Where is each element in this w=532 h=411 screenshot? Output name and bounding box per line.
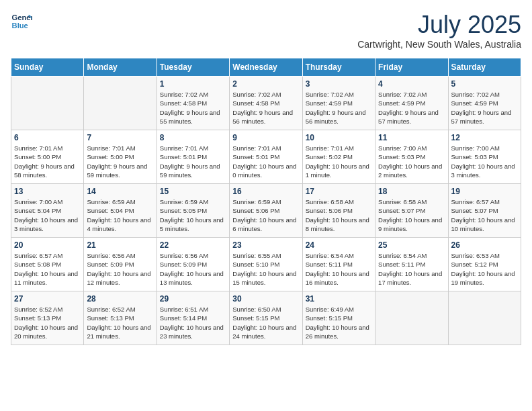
col-header-saturday: Saturday bbox=[448, 58, 521, 77]
calendar-cell: 4Sunrise: 7:02 AM Sunset: 4:59 PM Daylig… bbox=[375, 77, 448, 130]
calendar-cell: 24Sunrise: 6:54 AM Sunset: 5:11 PM Dayli… bbox=[302, 238, 375, 291]
month-title: July 2025 bbox=[357, 11, 521, 39]
calendar-cell: 21Sunrise: 6:56 AM Sunset: 5:09 PM Dayli… bbox=[84, 238, 157, 291]
day-info: Sunrise: 7:00 AM Sunset: 5:04 PM Dayligh… bbox=[14, 197, 81, 233]
calendar-cell: 30Sunrise: 6:50 AM Sunset: 5:15 PM Dayli… bbox=[230, 291, 302, 345]
day-number: 19 bbox=[451, 187, 518, 196]
day-number: 27 bbox=[14, 294, 81, 304]
day-number: 18 bbox=[378, 187, 445, 196]
calendar-cell: 26Sunrise: 6:53 AM Sunset: 5:12 PM Dayli… bbox=[448, 238, 521, 291]
calendar-table: SundayMondayTuesdayWednesdayThursdayFrid… bbox=[11, 58, 521, 345]
day-number: 28 bbox=[87, 294, 153, 304]
day-info: Sunrise: 6:49 AM Sunset: 5:15 PM Dayligh… bbox=[306, 305, 372, 340]
day-info: Sunrise: 6:53 AM Sunset: 5:12 PM Dayligh… bbox=[451, 251, 518, 287]
svg-text:Blue: Blue bbox=[12, 21, 28, 30]
day-number: 15 bbox=[160, 187, 226, 196]
day-number: 26 bbox=[451, 240, 518, 250]
day-number: 22 bbox=[160, 240, 226, 250]
day-info: Sunrise: 6:57 AM Sunset: 5:07 PM Dayligh… bbox=[451, 197, 518, 233]
calendar-cell bbox=[11, 77, 84, 130]
calendar-cell: 12Sunrise: 7:00 AM Sunset: 5:03 PM Dayli… bbox=[448, 130, 521, 184]
day-number: 31 bbox=[306, 294, 372, 304]
day-number: 4 bbox=[378, 79, 445, 89]
calendar-cell: 13Sunrise: 7:00 AM Sunset: 5:04 PM Dayli… bbox=[11, 184, 84, 238]
day-info: Sunrise: 7:01 AM Sunset: 5:00 PM Dayligh… bbox=[87, 144, 153, 179]
calendar-cell bbox=[448, 291, 521, 345]
day-number: 20 bbox=[14, 240, 81, 250]
day-number: 24 bbox=[306, 240, 372, 250]
calendar-cell: 19Sunrise: 6:57 AM Sunset: 5:07 PM Dayli… bbox=[448, 184, 521, 238]
calendar-header-row: SundayMondayTuesdayWednesdayThursdayFrid… bbox=[11, 58, 521, 77]
day-number: 11 bbox=[378, 133, 445, 142]
day-info: Sunrise: 6:59 AM Sunset: 5:06 PM Dayligh… bbox=[232, 197, 299, 233]
day-info: Sunrise: 7:01 AM Sunset: 5:01 PM Dayligh… bbox=[232, 144, 299, 179]
calendar-cell: 18Sunrise: 6:58 AM Sunset: 5:07 PM Dayli… bbox=[375, 184, 448, 238]
calendar-cell bbox=[84, 77, 157, 130]
day-number: 7 bbox=[87, 133, 153, 142]
calendar-cell: 10Sunrise: 7:01 AM Sunset: 5:02 PM Dayli… bbox=[302, 130, 375, 184]
col-header-wednesday: Wednesday bbox=[230, 58, 302, 77]
day-info: Sunrise: 6:54 AM Sunset: 5:11 PM Dayligh… bbox=[306, 251, 372, 287]
day-info: Sunrise: 6:56 AM Sunset: 5:09 PM Dayligh… bbox=[160, 251, 226, 287]
logo: General Blue bbox=[11, 11, 32, 32]
calendar-cell: 16Sunrise: 6:59 AM Sunset: 5:06 PM Dayli… bbox=[230, 184, 302, 238]
calendar-week-row: 1Sunrise: 7:02 AM Sunset: 4:58 PM Daylig… bbox=[11, 77, 521, 130]
calendar-cell: 9Sunrise: 7:01 AM Sunset: 5:01 PM Daylig… bbox=[230, 130, 302, 184]
day-info: Sunrise: 7:01 AM Sunset: 5:01 PM Dayligh… bbox=[160, 144, 226, 179]
day-info: Sunrise: 7:02 AM Sunset: 4:58 PM Dayligh… bbox=[160, 90, 226, 126]
day-number: 29 bbox=[160, 294, 226, 304]
calendar-cell: 8Sunrise: 7:01 AM Sunset: 5:01 PM Daylig… bbox=[157, 130, 229, 184]
day-number: 14 bbox=[87, 187, 153, 196]
day-info: Sunrise: 7:00 AM Sunset: 5:03 PM Dayligh… bbox=[378, 144, 445, 179]
col-header-tuesday: Tuesday bbox=[157, 58, 229, 77]
calendar-cell: 27Sunrise: 6:52 AM Sunset: 5:13 PM Dayli… bbox=[11, 291, 84, 345]
col-header-thursday: Thursday bbox=[302, 58, 375, 77]
logo-icon: General Blue bbox=[11, 11, 32, 32]
day-info: Sunrise: 7:02 AM Sunset: 4:59 PM Dayligh… bbox=[451, 90, 518, 126]
day-info: Sunrise: 7:02 AM Sunset: 4:58 PM Dayligh… bbox=[232, 90, 299, 126]
day-number: 5 bbox=[451, 79, 518, 89]
calendar-cell: 15Sunrise: 6:59 AM Sunset: 5:05 PM Dayli… bbox=[157, 184, 229, 238]
day-number: 9 bbox=[232, 133, 299, 142]
page-header: General Blue July 2025 Cartwright, New S… bbox=[11, 11, 521, 50]
day-number: 12 bbox=[451, 133, 518, 142]
day-info: Sunrise: 7:00 AM Sunset: 5:03 PM Dayligh… bbox=[451, 144, 518, 179]
calendar-cell: 22Sunrise: 6:56 AM Sunset: 5:09 PM Dayli… bbox=[157, 238, 229, 291]
day-number: 16 bbox=[232, 187, 299, 196]
day-number: 1 bbox=[160, 79, 226, 89]
calendar-week-row: 20Sunrise: 6:57 AM Sunset: 5:08 PM Dayli… bbox=[11, 238, 521, 291]
day-number: 30 bbox=[232, 294, 299, 304]
day-info: Sunrise: 7:01 AM Sunset: 5:02 PM Dayligh… bbox=[306, 144, 372, 179]
col-header-friday: Friday bbox=[375, 58, 448, 77]
col-header-sunday: Sunday bbox=[11, 58, 84, 77]
day-number: 17 bbox=[306, 187, 372, 196]
calendar-cell: 11Sunrise: 7:00 AM Sunset: 5:03 PM Dayli… bbox=[375, 130, 448, 184]
day-info: Sunrise: 6:54 AM Sunset: 5:11 PM Dayligh… bbox=[378, 251, 445, 287]
day-number: 8 bbox=[160, 133, 226, 142]
calendar-cell: 31Sunrise: 6:49 AM Sunset: 5:15 PM Dayli… bbox=[302, 291, 375, 345]
calendar-cell bbox=[375, 291, 448, 345]
day-info: Sunrise: 7:02 AM Sunset: 4:59 PM Dayligh… bbox=[306, 90, 372, 126]
day-info: Sunrise: 6:55 AM Sunset: 5:10 PM Dayligh… bbox=[232, 251, 299, 287]
calendar-cell: 6Sunrise: 7:01 AM Sunset: 5:00 PM Daylig… bbox=[11, 130, 84, 184]
day-info: Sunrise: 6:50 AM Sunset: 5:15 PM Dayligh… bbox=[232, 305, 299, 340]
title-block: July 2025 Cartwright, New South Wales, A… bbox=[357, 11, 521, 50]
day-number: 10 bbox=[306, 133, 372, 142]
day-info: Sunrise: 6:57 AM Sunset: 5:08 PM Dayligh… bbox=[14, 251, 81, 287]
calendar-cell: 29Sunrise: 6:51 AM Sunset: 5:14 PM Dayli… bbox=[157, 291, 229, 345]
calendar-cell: 7Sunrise: 7:01 AM Sunset: 5:00 PM Daylig… bbox=[84, 130, 157, 184]
location-subtitle: Cartwright, New South Wales, Australia bbox=[357, 39, 521, 50]
calendar-cell: 20Sunrise: 6:57 AM Sunset: 5:08 PM Dayli… bbox=[11, 238, 84, 291]
day-info: Sunrise: 7:02 AM Sunset: 4:59 PM Dayligh… bbox=[378, 90, 445, 126]
day-info: Sunrise: 6:56 AM Sunset: 5:09 PM Dayligh… bbox=[87, 251, 153, 287]
calendar-cell: 14Sunrise: 6:59 AM Sunset: 5:04 PM Dayli… bbox=[84, 184, 157, 238]
calendar-week-row: 6Sunrise: 7:01 AM Sunset: 5:00 PM Daylig… bbox=[11, 130, 521, 184]
day-number: 21 bbox=[87, 240, 153, 250]
calendar-cell: 23Sunrise: 6:55 AM Sunset: 5:10 PM Dayli… bbox=[230, 238, 302, 291]
day-number: 25 bbox=[378, 240, 445, 250]
calendar-cell: 3Sunrise: 7:02 AM Sunset: 4:59 PM Daylig… bbox=[302, 77, 375, 130]
calendar-week-row: 13Sunrise: 7:00 AM Sunset: 5:04 PM Dayli… bbox=[11, 184, 521, 238]
day-info: Sunrise: 6:59 AM Sunset: 5:05 PM Dayligh… bbox=[160, 197, 226, 233]
calendar-cell: 2Sunrise: 7:02 AM Sunset: 4:58 PM Daylig… bbox=[230, 77, 302, 130]
col-header-monday: Monday bbox=[84, 58, 157, 77]
